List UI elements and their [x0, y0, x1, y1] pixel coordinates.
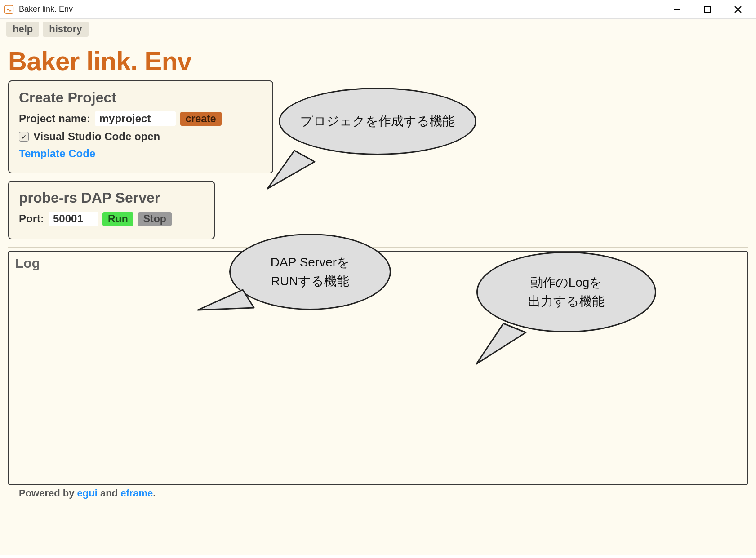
content-area: Baker link. Env Create Project Project n… — [0, 40, 756, 555]
dap-server-panel: probe-rs DAP Server Port: Run Stop — [8, 181, 215, 239]
menubar: help history — [0, 19, 756, 40]
egui-link[interactable]: egui — [77, 487, 98, 499]
vscode-open-checkbox[interactable]: ✓ — [19, 132, 29, 142]
minimize-icon[interactable] — [671, 3, 683, 16]
svg-rect-2 — [704, 6, 711, 13]
annotation-bubble-create: プロジェクを作成する機能 — [279, 88, 476, 155]
annotation-bubble-dap: DAP Serverを RUNする機能 — [229, 234, 391, 310]
footer-prefix: Powered by — [19, 487, 77, 499]
footer-suffix: . — [153, 487, 156, 499]
create-button[interactable]: create — [180, 112, 222, 126]
maximize-icon[interactable] — [701, 3, 714, 16]
create-project-heading: Create Project — [19, 89, 262, 106]
port-input[interactable] — [49, 212, 98, 226]
annotation-text-log-1: 動作のLogを — [528, 273, 605, 292]
project-name-label: Project name: — [19, 112, 90, 125]
annotation-text-dap-1: DAP Serverを — [271, 253, 350, 272]
port-label: Port: — [19, 213, 44, 225]
menu-help[interactable]: help — [6, 22, 39, 37]
close-icon[interactable] — [732, 3, 744, 16]
footer: Powered by egui and eframe. — [8, 485, 748, 502]
project-name-input[interactable] — [95, 111, 176, 126]
window-title: Baker link. Env — [19, 4, 73, 14]
titlebar: Baker link. Env — [0, 0, 756, 19]
window-controls — [671, 3, 752, 16]
app-title: Baker link. Env — [8, 46, 748, 76]
template-code-link[interactable]: Template Code — [19, 147, 95, 160]
stop-button[interactable]: Stop — [138, 212, 172, 226]
vscode-open-label: Visual Studio Code open — [33, 130, 160, 143]
annotation-bubble-log: 動作のLogを 出力する機能 — [476, 252, 656, 332]
annotation-text-create: プロジェクを作成する機能 — [300, 112, 455, 131]
annotation-text-dap-2: RUNする機能 — [271, 272, 350, 291]
run-button[interactable]: Run — [102, 212, 133, 226]
svg-rect-0 — [5, 5, 13, 13]
create-project-panel: Create Project Project name: create ✓ Vi… — [8, 80, 273, 173]
annotation-text-log-2: 出力する機能 — [528, 292, 605, 311]
svg-marker-5 — [267, 151, 315, 189]
menu-history[interactable]: history — [43, 22, 88, 37]
footer-mid: and — [98, 487, 120, 499]
app-icon — [4, 4, 14, 15]
eframe-link[interactable]: eframe — [120, 487, 153, 499]
dap-server-heading: probe-rs DAP Server — [19, 190, 204, 206]
divider — [8, 247, 748, 248]
